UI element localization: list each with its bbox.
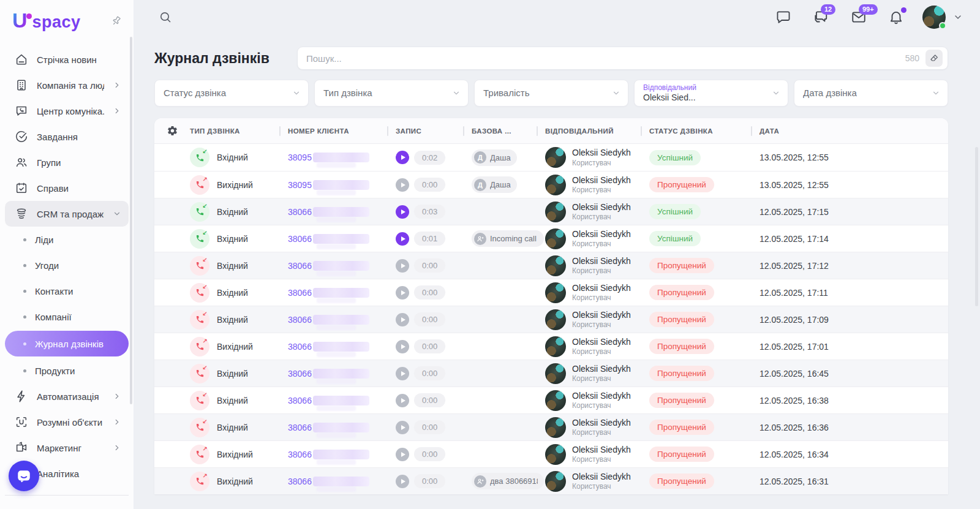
play-record-button[interactable] xyxy=(396,394,409,407)
play-record-button[interactable] xyxy=(396,421,409,434)
sidebar-item-label: Справи xyxy=(37,183,121,194)
base-entity-tag[interactable]: два 38066918 xyxy=(472,473,544,489)
client-number-link[interactable]: 38095 xyxy=(288,180,312,190)
table-row[interactable]: ↙ Вхідний 38066 0:01 Incoming call 3 xyxy=(154,225,948,252)
play-record-button[interactable] xyxy=(396,259,409,273)
play-record-button[interactable] xyxy=(396,367,409,380)
client-number-link[interactable]: 38066 xyxy=(288,423,312,432)
call-duration: 0:00 xyxy=(414,447,445,461)
table-settings-icon[interactable] xyxy=(167,125,178,137)
sidebar-item-call-log[interactable]: Журнал дзвінків xyxy=(5,331,129,356)
column-header-record[interactable]: ЗАПИС xyxy=(387,118,463,143)
sidebar-item-marketing[interactable]: Маркетинг xyxy=(5,435,129,461)
client-number-link[interactable]: 38066 xyxy=(288,315,312,325)
filter-responsible[interactable]: Відповідальний Oleksii Sied... xyxy=(634,80,788,107)
filter-call-status[interactable]: Статус дзвінка xyxy=(154,80,309,107)
play-record-button[interactable] xyxy=(396,232,409,246)
table-row[interactable]: ↙ Вхідний 38066 0:00 Olek xyxy=(154,413,948,440)
sidebar-item-groups[interactable]: Групи xyxy=(5,149,129,175)
call-arrow: ↙ xyxy=(203,149,208,155)
global-search-icon[interactable] xyxy=(158,10,173,25)
client-number-link[interactable]: 38066 xyxy=(288,342,312,352)
table-row[interactable]: ↗ Вихідний 38066 0:00 два 38066918 xyxy=(154,467,948,494)
column-header-responsible[interactable]: ВІДПОВІДАЛЬНИЙ xyxy=(537,118,641,143)
client-number-link[interactable]: 38066 xyxy=(288,396,312,405)
client-number-link[interactable]: 38066 xyxy=(288,288,312,298)
client-number-link[interactable]: 38066 xyxy=(288,369,312,379)
client-number-link[interactable]: 38066 xyxy=(288,207,312,217)
play-record-button[interactable] xyxy=(396,178,409,192)
call-type-label: Вихідний xyxy=(217,342,253,352)
sidebar-item-products[interactable]: Продукти xyxy=(5,358,129,383)
page-scrollbar[interactable] xyxy=(975,147,978,306)
feedback-bubble-icon[interactable] xyxy=(775,9,791,25)
filter-call-type[interactable]: Тип дзвінка xyxy=(314,80,469,107)
column-header-call-status[interactable]: СТАТУС ДЗВІНКА xyxy=(641,118,751,143)
mail-icon[interactable]: 99+ xyxy=(850,9,867,25)
column-header-base[interactable]: БАЗОВА ... xyxy=(463,118,537,143)
base-entity-tag[interactable]: Д Даша xyxy=(472,149,517,166)
table-row[interactable]: ↙ Вхідний 38066 0:00 Olek xyxy=(154,279,948,306)
messenger-icon[interactable]: 12 xyxy=(812,9,829,25)
sidebar-item-contacts[interactable]: Контакти xyxy=(5,278,129,304)
sidebar-item-company[interactable]: Компанія та люди xyxy=(5,72,129,98)
table-row[interactable]: ↗ Вихідний 38066 0:00 Ole xyxy=(154,440,948,467)
play-record-button[interactable] xyxy=(396,286,409,300)
chevron-down-icon xyxy=(113,209,121,218)
uspacy-logo[interactable]: U spacy xyxy=(12,10,81,32)
client-number-link[interactable]: 38066 xyxy=(288,450,312,459)
table-row[interactable]: ↙ Вхідний 38066 0:03 Olek xyxy=(154,198,948,225)
base-entity-tag[interactable]: Incoming call 3 xyxy=(472,230,544,247)
call-status-badge: Успішний xyxy=(649,231,701,246)
play-record-button[interactable] xyxy=(396,151,409,164)
newsfeed-home-icon xyxy=(15,53,28,66)
table-row[interactable]: ↙ Вхідний 38066 0:00 Olek xyxy=(154,360,948,386)
call-status-badge: Пропущений xyxy=(649,258,714,273)
call-direction-icon: ↗ xyxy=(190,445,209,464)
play-record-button[interactable] xyxy=(396,313,409,326)
responsible-avatar xyxy=(545,255,566,276)
sidebar-scrollbar[interactable] xyxy=(130,37,132,404)
filter-duration[interactable]: Тривалість xyxy=(474,80,628,107)
play-record-button[interactable] xyxy=(396,475,409,488)
filter-call-date[interactable]: Дата дзвінка xyxy=(794,80,948,107)
user-avatar[interactable] xyxy=(922,6,946,29)
table-row[interactable]: ↗ Вихідний 38066 0:00 Ole xyxy=(154,333,948,360)
sidebar-item-companies[interactable]: Компанії xyxy=(5,304,129,330)
profile-chevron-down-icon[interactable] xyxy=(953,12,963,22)
sidebar-item-smart-objects[interactable]: Розумні об'єкти xyxy=(5,409,129,435)
client-number-link[interactable]: 38066 xyxy=(288,234,312,244)
client-number-link[interactable]: 38066 xyxy=(288,261,312,271)
column-header-date[interactable]: ДАТА xyxy=(751,118,948,143)
sidebar-item-crm[interactable]: CRM та продажі xyxy=(5,201,129,227)
table-row[interactable]: ↙ Вхідний 38095 0:02 Д Даша xyxy=(154,144,948,171)
sidebar-item-deals[interactable]: Угоди xyxy=(5,252,129,278)
support-chat-button[interactable] xyxy=(9,461,39,491)
entity-tag-label: Даша xyxy=(490,153,511,162)
client-number-link[interactable]: 38095 xyxy=(288,153,312,162)
sidebar-item-activities[interactable]: Справи xyxy=(5,175,129,201)
responsible-name: Oleksii Siedykh xyxy=(572,202,631,213)
pin-sidebar-icon[interactable] xyxy=(110,15,123,27)
table-row[interactable]: ↙ Вхідний 38066 0:00 Olek xyxy=(154,306,948,333)
notifications-bell-icon[interactable] xyxy=(888,9,904,25)
play-record-button[interactable] xyxy=(396,340,409,353)
base-entity-tag[interactable]: Д Даша xyxy=(472,176,517,193)
table-row[interactable]: ↙ Вхідний 38066 0:00 Olek xyxy=(154,252,948,279)
call-date: 12.05.2025, 17:11 xyxy=(760,288,828,298)
play-record-button[interactable] xyxy=(396,205,409,219)
call-type-label: Вихідний xyxy=(217,450,253,459)
table-row[interactable]: ↙ Вхідний 38066 0:00 Olek xyxy=(154,386,948,413)
search-input[interactable] xyxy=(306,53,905,64)
sidebar-item-automation[interactable]: Автоматизація xyxy=(5,383,129,409)
column-header-client-number[interactable]: НОМЕР КЛІЄНТА xyxy=(279,118,387,143)
sidebar-item-communication-center[interactable]: Центр комуніка... xyxy=(5,98,129,124)
client-number-link[interactable]: 38066 xyxy=(288,477,312,486)
table-row[interactable]: ↗ Вихідний 38095 0:00 Д Даша xyxy=(154,171,948,198)
sidebar-item-newsfeed[interactable]: Стрічка новин xyxy=(5,47,129,72)
column-header-call-type[interactable]: ТИП ДЗВІНКА xyxy=(181,118,279,143)
clear-search-icon[interactable] xyxy=(925,50,943,67)
sidebar-item-tasks[interactable]: Завдання xyxy=(5,124,129,149)
sidebar-item-leads[interactable]: Ліди xyxy=(5,227,129,252)
play-record-button[interactable] xyxy=(396,448,409,461)
